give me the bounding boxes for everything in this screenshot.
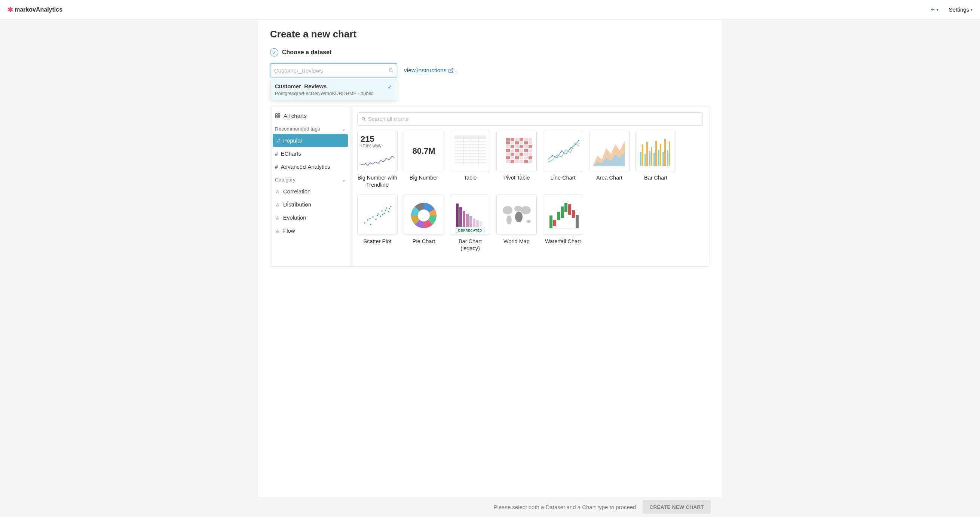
chart-card-world-map[interactable]: World Map: [496, 194, 537, 252]
thumb-bignum2-value: 80.7M: [412, 146, 435, 156]
svg-point-7: [362, 118, 365, 120]
svg-rect-106: [466, 214, 469, 227]
svg-rect-23: [511, 138, 514, 141]
chart-card-bar[interactable]: Bar Chart: [635, 131, 676, 189]
card-label: Bar Chart: [644, 174, 667, 181]
svg-rect-120: [557, 212, 560, 220]
svg-point-88: [375, 218, 377, 220]
svg-rect-31: [506, 149, 510, 152]
svg-rect-122: [565, 203, 568, 212]
svg-rect-35: [520, 153, 523, 156]
svg-rect-56: [528, 153, 532, 156]
chart-card-pie[interactable]: Pie Chart: [404, 194, 444, 252]
svg-rect-41: [515, 138, 519, 141]
thumb: [589, 131, 630, 171]
svg-rect-54: [515, 153, 519, 156]
chart-card-waterfall[interactable]: Waterfall Chart: [543, 194, 583, 252]
svg-rect-55: [524, 153, 528, 156]
card-label: Big Number: [410, 174, 438, 181]
svg-rect-30: [528, 145, 532, 148]
sidebar-cat-correlation[interactable]: ◬ Correlation: [270, 185, 350, 198]
settings-menu[interactable]: Settings ▾: [949, 6, 972, 13]
sidebar-cat-flow[interactable]: ◬ Flow: [270, 224, 350, 237]
chart-card-line[interactable]: Line Chart: [543, 131, 583, 189]
gallery-search[interactable]: [357, 112, 703, 126]
category-icon: ◬: [275, 189, 280, 194]
chart-card-big-number-trendline[interactable]: 215 +7.0% WoW Big Number with Trendline: [357, 131, 398, 189]
svg-rect-50: [511, 149, 514, 152]
svg-line-2: [450, 68, 453, 71]
new-menu[interactable]: ＋ ▾: [930, 6, 939, 13]
svg-rect-29: [520, 145, 523, 148]
create-chart-button[interactable]: CREATE NEW CHART: [643, 500, 711, 514]
svg-rect-70: [640, 152, 641, 166]
section-label: Category: [275, 177, 296, 183]
sidebar-tag-advanced[interactable]: # Advanced-Analytics: [270, 160, 350, 173]
grid-icon: [275, 113, 280, 119]
gallery-search-input[interactable]: [368, 116, 699, 122]
svg-point-67: [578, 140, 579, 142]
svg-rect-43: [528, 138, 532, 141]
sidebar-section-recommended[interactable]: Recommended tags ⌄: [270, 122, 350, 134]
svg-rect-36: [506, 156, 510, 159]
svg-rect-53: [506, 153, 510, 156]
check-icon: ✓: [388, 84, 392, 91]
card-label: World Map: [503, 238, 530, 245]
dataset-option-name: Customer_Reviews: [275, 83, 373, 89]
plus-icon: ＋: [930, 6, 936, 13]
chart-sidebar: All charts Recommended tags ⌄ # Popular …: [270, 107, 350, 266]
svg-rect-59: [524, 156, 528, 159]
gallery-grid: 215 +7.0% WoW Big Number with Trendline …: [357, 131, 703, 252]
period: .: [455, 67, 457, 74]
sidebar-section-category[interactable]: Category ⌄: [270, 173, 350, 185]
svg-rect-121: [561, 207, 564, 218]
chart-card-table[interactable]: Table: [450, 131, 490, 189]
chart-card-big-number[interactable]: 80.7M Big Number: [404, 131, 444, 189]
sidebar-tag-echarts[interactable]: # ECharts: [270, 147, 350, 160]
dataset-input[interactable]: [270, 63, 397, 78]
svg-rect-32: [515, 149, 519, 152]
svg-rect-45: [520, 142, 523, 145]
label: Evolution: [283, 214, 306, 221]
card-label: Area Chart: [596, 174, 622, 181]
svg-point-100: [389, 208, 390, 210]
settings-label: Settings: [949, 6, 969, 13]
chart-card-pivot-table[interactable]: Pivot Table: [496, 131, 537, 189]
hash-icon: #: [277, 138, 280, 144]
svg-rect-46: [528, 142, 532, 145]
dataset-dropdown: Customer_Reviews Postgresql wf-8cDeNWmoK…: [270, 79, 397, 100]
svg-rect-82: [667, 150, 668, 166]
dataset-select: Customer_Reviews Postgresql wf-8cDeNWmoK…: [270, 63, 397, 78]
svg-rect-107: [469, 216, 472, 227]
svg-rect-104: [459, 207, 462, 227]
hash-icon: #: [275, 164, 278, 170]
svg-point-116: [526, 220, 531, 223]
sidebar-all-charts[interactable]: All charts: [270, 109, 350, 122]
sidebar-cat-distribution[interactable]: ◬ Distribution: [270, 198, 350, 211]
svg-point-89: [377, 213, 379, 215]
category-icon: ◬: [275, 202, 280, 207]
sidebar-cat-evolution[interactable]: ◬ Evolution: [270, 211, 350, 224]
chart-card-bar-legacy[interactable]: DEPRECATED Bar Chart (legacy): [450, 194, 490, 252]
svg-rect-25: [506, 142, 510, 145]
chart-card-area[interactable]: Area Chart: [589, 131, 630, 189]
header-right: ＋ ▾ Settings ▾: [930, 6, 972, 13]
thumb: 80.7M: [404, 131, 444, 171]
label: Popular: [283, 137, 302, 144]
thumb: [496, 131, 537, 171]
footer-hint: Please select both a Dataset and a Chart…: [493, 504, 636, 510]
chart-card-scatter[interactable]: Scatter Plot: [357, 194, 398, 252]
sidebar-tag-popular[interactable]: # Popular: [273, 134, 348, 147]
svg-rect-24: [520, 138, 523, 141]
svg-rect-60: [506, 160, 510, 163]
chart-gallery: 215 +7.0% WoW Big Number with Trendline …: [350, 107, 710, 266]
thumb: [450, 131, 490, 171]
svg-point-90: [380, 215, 381, 217]
dataset-option[interactable]: Customer_Reviews Postgresql wf-8cDeNWmoK…: [270, 79, 397, 100]
brand-logo[interactable]: ✱ markovAnalytics: [8, 6, 62, 14]
dataset-option-sub: Postgresql wf-8cDeNWmoKURDHMF - public: [275, 91, 373, 96]
card-label: Waterfall Chart: [545, 238, 581, 245]
svg-rect-3: [276, 114, 277, 115]
svg-point-112: [506, 215, 512, 224]
view-instructions-link[interactable]: view instructions .: [404, 67, 457, 74]
